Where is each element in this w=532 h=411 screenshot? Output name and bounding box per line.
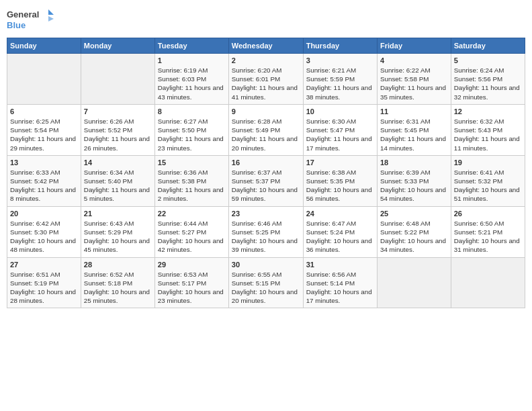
- day-content: Sunrise: 6:55 AMSunset: 5:15 PMDaylight:…: [232, 270, 300, 306]
- day-header-saturday: Saturday: [451, 38, 525, 54]
- day-content: Sunrise: 6:26 AMSunset: 5:52 PMDaylight:…: [84, 117, 152, 152]
- day-content: Sunrise: 6:22 AMSunset: 5:58 PMDaylight:…: [380, 66, 448, 101]
- day-content: Sunrise: 6:42 AMSunset: 5:30 PMDaylight:…: [10, 219, 78, 255]
- day-number: 24: [306, 210, 374, 218]
- day-content: Sunrise: 6:56 AMSunset: 5:14 PMDaylight:…: [306, 270, 374, 306]
- day-number: 1: [158, 56, 226, 64]
- day-number: 22: [158, 210, 226, 218]
- day-number: 10: [306, 107, 374, 116]
- day-number: 28: [84, 261, 152, 269]
- day-number: 8: [158, 107, 226, 116]
- day-content: Sunrise: 6:38 AMSunset: 5:35 PMDaylight:…: [306, 168, 374, 203]
- day-number: 7: [84, 107, 152, 116]
- calendar-cell: 24Sunrise: 6:47 AMSunset: 5:24 PMDayligh…: [303, 206, 377, 257]
- calendar-cell: 26Sunrise: 6:50 AMSunset: 5:21 PMDayligh…: [451, 206, 525, 257]
- calendar-header-row: SundayMondayTuesdayWednesdayThursdayFrid…: [7, 38, 525, 54]
- calendar-cell: 15Sunrise: 6:36 AMSunset: 5:38 PMDayligh…: [154, 155, 228, 206]
- calendar-cell: [451, 257, 525, 308]
- day-number: 29: [158, 261, 226, 269]
- calendar-cell: 29Sunrise: 6:53 AMSunset: 5:17 PMDayligh…: [154, 257, 228, 308]
- calendar-cell: 20Sunrise: 6:42 AMSunset: 5:30 PMDayligh…: [7, 206, 81, 257]
- day-content: Sunrise: 6:41 AMSunset: 5:32 PMDaylight:…: [454, 168, 522, 203]
- day-content: Sunrise: 6:32 AMSunset: 5:43 PMDaylight:…: [454, 117, 522, 152]
- calendar-cell: 10Sunrise: 6:30 AMSunset: 5:47 PMDayligh…: [303, 104, 377, 155]
- svg-text:Blue: Blue: [7, 20, 26, 30]
- calendar-body: 1Sunrise: 6:19 AMSunset: 6:03 PMDaylight…: [7, 54, 525, 308]
- calendar-cell: 13Sunrise: 6:33 AMSunset: 5:42 PMDayligh…: [7, 155, 81, 206]
- day-number: 25: [380, 210, 448, 218]
- day-content: Sunrise: 6:46 AMSunset: 5:25 PMDaylight:…: [232, 219, 300, 255]
- day-content: Sunrise: 6:51 AMSunset: 5:19 PMDaylight:…: [10, 270, 78, 306]
- day-header-sunday: Sunday: [7, 38, 81, 54]
- calendar-cell: 9Sunrise: 6:28 AMSunset: 5:49 PMDaylight…: [228, 104, 303, 155]
- week-row-2: 6Sunrise: 6:25 AMSunset: 5:54 PMDaylight…: [7, 104, 525, 155]
- day-number: 27: [10, 261, 78, 269]
- day-content: Sunrise: 6:53 AMSunset: 5:17 PMDaylight:…: [158, 270, 226, 306]
- day-header-friday: Friday: [377, 38, 451, 54]
- calendar-cell: 4Sunrise: 6:22 AMSunset: 5:58 PMDaylight…: [377, 54, 451, 105]
- calendar-cell: 14Sunrise: 6:34 AMSunset: 5:40 PMDayligh…: [81, 155, 154, 206]
- calendar-cell: 1Sunrise: 6:19 AMSunset: 6:03 PMDaylight…: [154, 54, 228, 105]
- day-number: 21: [84, 210, 152, 218]
- day-content: Sunrise: 6:34 AMSunset: 5:40 PMDaylight:…: [84, 168, 152, 203]
- calendar-cell: 17Sunrise: 6:38 AMSunset: 5:35 PMDayligh…: [303, 155, 377, 206]
- calendar-cell: 27Sunrise: 6:51 AMSunset: 5:19 PMDayligh…: [7, 257, 81, 308]
- calendar-cell: 6Sunrise: 6:25 AMSunset: 5:54 PMDaylight…: [7, 104, 81, 155]
- day-number: 14: [84, 158, 152, 167]
- day-number: 16: [232, 158, 300, 167]
- day-number: 2: [232, 56, 300, 64]
- svg-marker-3: [48, 16, 54, 21]
- day-content: Sunrise: 6:19 AMSunset: 6:03 PMDaylight:…: [158, 66, 226, 101]
- day-number: 30: [232, 261, 300, 269]
- day-number: 12: [454, 107, 522, 116]
- day-number: 26: [454, 210, 522, 218]
- calendar-table: SundayMondayTuesdayWednesdayThursdayFrid…: [7, 38, 525, 308]
- day-content: Sunrise: 6:36 AMSunset: 5:38 PMDaylight:…: [158, 168, 226, 203]
- calendar-cell: 5Sunrise: 6:24 AMSunset: 5:56 PMDaylight…: [451, 54, 525, 105]
- logo-svg: General Blue: [7, 7, 54, 32]
- day-content: Sunrise: 6:39 AMSunset: 5:33 PMDaylight:…: [380, 168, 448, 203]
- day-number: 23: [232, 210, 300, 218]
- day-content: Sunrise: 6:24 AMSunset: 5:56 PMDaylight:…: [454, 66, 522, 101]
- day-number: 18: [380, 158, 448, 167]
- day-number: 11: [380, 107, 448, 116]
- calendar-cell: 30Sunrise: 6:55 AMSunset: 5:15 PMDayligh…: [228, 257, 303, 308]
- calendar-cell: 22Sunrise: 6:44 AMSunset: 5:27 PMDayligh…: [154, 206, 228, 257]
- day-number: 19: [454, 158, 522, 167]
- day-number: 31: [306, 261, 374, 269]
- calendar-cell: 23Sunrise: 6:46 AMSunset: 5:25 PMDayligh…: [228, 206, 303, 257]
- calendar-cell: [81, 54, 154, 105]
- calendar-cell: 31Sunrise: 6:56 AMSunset: 5:14 PMDayligh…: [303, 257, 377, 308]
- day-header-wednesday: Wednesday: [228, 38, 303, 54]
- day-number: 9: [232, 107, 300, 116]
- week-row-1: 1Sunrise: 6:19 AMSunset: 6:03 PMDaylight…: [7, 54, 525, 105]
- day-content: Sunrise: 6:50 AMSunset: 5:21 PMDaylight:…: [454, 219, 522, 255]
- svg-marker-2: [48, 9, 54, 15]
- day-number: 13: [10, 158, 78, 167]
- day-content: Sunrise: 6:25 AMSunset: 5:54 PMDaylight:…: [10, 117, 78, 152]
- day-number: 3: [306, 56, 374, 64]
- svg-text:General: General: [7, 9, 39, 19]
- calendar-cell: [377, 257, 451, 308]
- day-content: Sunrise: 6:47 AMSunset: 5:24 PMDaylight:…: [306, 219, 374, 255]
- day-content: Sunrise: 6:28 AMSunset: 5:49 PMDaylight:…: [232, 117, 300, 152]
- calendar-cell: 25Sunrise: 6:48 AMSunset: 5:22 PMDayligh…: [377, 206, 451, 257]
- calendar-cell: 2Sunrise: 6:20 AMSunset: 6:01 PMDaylight…: [228, 54, 303, 105]
- calendar-cell: 11Sunrise: 6:31 AMSunset: 5:45 PMDayligh…: [377, 104, 451, 155]
- calendar-cell: 8Sunrise: 6:27 AMSunset: 5:50 PMDaylight…: [154, 104, 228, 155]
- day-content: Sunrise: 6:37 AMSunset: 5:37 PMDaylight:…: [232, 168, 300, 203]
- day-number: 4: [380, 56, 448, 64]
- calendar-cell: 21Sunrise: 6:43 AMSunset: 5:29 PMDayligh…: [81, 206, 154, 257]
- logo: General Blue: [7, 7, 54, 32]
- day-number: 5: [454, 56, 522, 64]
- day-content: Sunrise: 6:27 AMSunset: 5:50 PMDaylight:…: [158, 117, 226, 152]
- calendar-cell: 18Sunrise: 6:39 AMSunset: 5:33 PMDayligh…: [377, 155, 451, 206]
- calendar-cell: [7, 54, 81, 105]
- calendar-cell: 7Sunrise: 6:26 AMSunset: 5:52 PMDaylight…: [81, 104, 154, 155]
- day-content: Sunrise: 6:44 AMSunset: 5:27 PMDaylight:…: [158, 219, 226, 255]
- day-number: 15: [158, 158, 226, 167]
- day-content: Sunrise: 6:52 AMSunset: 5:18 PMDaylight:…: [84, 270, 152, 306]
- week-row-4: 20Sunrise: 6:42 AMSunset: 5:30 PMDayligh…: [7, 206, 525, 257]
- calendar-cell: 19Sunrise: 6:41 AMSunset: 5:32 PMDayligh…: [451, 155, 525, 206]
- calendar-cell: 12Sunrise: 6:32 AMSunset: 5:43 PMDayligh…: [451, 104, 525, 155]
